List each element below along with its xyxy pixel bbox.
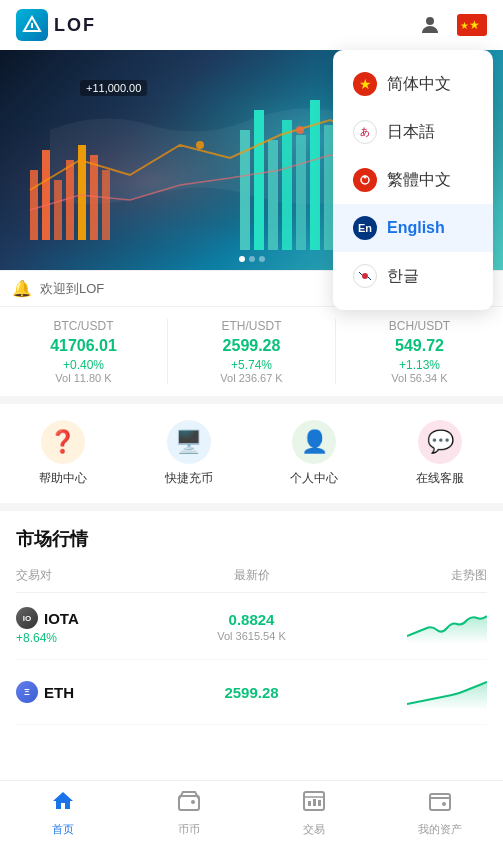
header-pair: 交易对 — [16, 567, 173, 584]
lang-label-ja: 日本語 — [387, 122, 435, 143]
lang-item-ja[interactable]: あ 日本語 — [333, 108, 493, 156]
svg-rect-11 — [102, 170, 110, 240]
eth-vol: Vol 236.67 K — [168, 372, 335, 384]
service-label: 在线客服 — [416, 470, 464, 487]
nav-coins[interactable]: 币币 — [126, 789, 252, 837]
lang-label-zh-cn: 简体中文 — [387, 74, 451, 95]
quick-recharge[interactable]: 🖥️ 快捷充币 — [126, 420, 252, 487]
bch-pair: BCH/USDT — [336, 319, 503, 333]
logo-text: LOF — [54, 15, 96, 36]
nav-coins-label: 币币 — [178, 822, 200, 837]
btc-pair: BTC/USDT — [0, 319, 167, 333]
svg-rect-35 — [318, 800, 321, 806]
logo-icon — [16, 9, 48, 41]
eth-price-col: 2599.28 — [173, 684, 330, 701]
user-icon[interactable] — [415, 10, 445, 40]
svg-rect-15 — [282, 120, 292, 250]
banner-price-tag: +11,000.00 — [80, 80, 147, 96]
svg-rect-14 — [268, 140, 278, 250]
iota-coin: IO IOTA +8.64% — [16, 607, 173, 645]
market-row-iota[interactable]: IO IOTA +8.64% 0.8824 Vol 3615.54 K — [16, 593, 487, 660]
eth-coin: Ξ ETH — [16, 681, 173, 703]
market-section: 市场行情 交易对 最新价 走势图 IO IOTA +8.64% 0.8824 V… — [0, 511, 503, 795]
lang-item-zh-cn[interactable]: ★ 简体中文 — [333, 60, 493, 108]
eth-price: 2599.28 — [173, 684, 330, 701]
nav-trade-label: 交易 — [303, 822, 325, 837]
iota-logo: IO — [16, 607, 38, 629]
nav-assets-label: 我的资产 — [418, 822, 462, 837]
svg-rect-12 — [240, 130, 250, 250]
svg-rect-8 — [66, 160, 74, 240]
market-header: 交易对 最新价 走势图 — [16, 559, 487, 593]
quick-service[interactable]: 💬 在线客服 — [377, 420, 503, 487]
flag-ko — [353, 264, 377, 288]
header-price: 最新价 — [173, 567, 330, 584]
svg-point-23 — [357, 172, 373, 188]
help-icon: ❓ — [49, 429, 76, 455]
lang-item-en[interactable]: En English — [333, 204, 493, 252]
assets-icon — [428, 789, 452, 819]
coins-icon — [177, 789, 201, 819]
nav-assets[interactable]: 我的资产 — [377, 789, 503, 837]
quick-profile[interactable]: 👤 个人中心 — [252, 420, 378, 487]
eth-chart-col — [330, 674, 487, 710]
iota-name: IOTA — [44, 610, 79, 627]
recharge-icon: 🖥️ — [175, 429, 202, 455]
svg-rect-5 — [30, 170, 38, 240]
iota-change: +8.64% — [16, 631, 173, 645]
svg-point-2 — [426, 17, 434, 25]
quick-menu: ❓ 帮助中心 🖥️ 快捷充币 👤 个人中心 💬 在线客服 — [0, 404, 503, 503]
iota-sparkline — [407, 608, 487, 644]
dot-3 — [259, 256, 265, 262]
announce-icon: 🔔 — [12, 279, 32, 298]
bottom-nav: 首页 币币 交易 — [0, 780, 503, 849]
service-icon: 💬 — [427, 429, 454, 455]
svg-point-25 — [364, 176, 367, 179]
iota-vol: Vol 3615.54 K — [173, 630, 330, 642]
profile-icon: 👤 — [301, 429, 328, 455]
iota-price-col: 0.8824 Vol 3615.54 K — [173, 611, 330, 642]
ticker-eth[interactable]: ETH/USDT 2599.28 +5.74% Vol 236.67 K — [168, 319, 336, 384]
btc-vol: Vol 11.80 K — [0, 372, 167, 384]
nav-home[interactable]: 首页 — [0, 789, 126, 837]
eth-logo: Ξ — [16, 681, 38, 703]
lang-item-ko[interactable]: 한글 — [333, 252, 493, 300]
recharge-icon-wrap: 🖥️ — [167, 420, 211, 464]
flag-icon[interactable]: ★ — [457, 10, 487, 40]
nav-home-label: 首页 — [52, 822, 74, 837]
ticker-btc[interactable]: BTC/USDT 41706.01 +0.40% Vol 11.80 K — [0, 319, 168, 384]
btc-change: +0.40% — [0, 358, 167, 372]
dot-2 — [249, 256, 255, 262]
quick-help[interactable]: ❓ 帮助中心 — [0, 420, 126, 487]
svg-rect-16 — [296, 135, 306, 250]
eth-sparkline — [407, 674, 487, 710]
svg-rect-6 — [42, 150, 50, 240]
lang-label-ko: 한글 — [387, 266, 419, 287]
svg-rect-30 — [179, 796, 199, 810]
flag-zh-cn: ★ — [353, 72, 377, 96]
svg-rect-10 — [90, 155, 98, 240]
lang-item-zh-tw[interactable]: 繁體中文 — [333, 156, 493, 204]
nav-trade[interactable]: 交易 — [252, 789, 378, 837]
eth-price: 2599.28 — [168, 337, 335, 355]
svg-point-20 — [196, 141, 204, 149]
svg-point-21 — [296, 126, 304, 134]
logo: LOF — [16, 9, 96, 41]
svg-rect-36 — [430, 794, 450, 810]
market-row-eth[interactable]: Ξ ETH 2599.28 — [16, 660, 487, 725]
header-chart: 走势图 — [330, 567, 487, 584]
lang-label-en: English — [387, 219, 445, 237]
ticker-bch[interactable]: BCH/USDT 549.72 +1.13% Vol 56.34 K — [336, 319, 503, 384]
header: LOF ★ — [0, 0, 503, 50]
svg-rect-33 — [308, 801, 311, 806]
svg-point-27 — [362, 273, 368, 279]
lang-label-zh-tw: 繁體中文 — [387, 170, 451, 191]
iota-chart-col — [330, 608, 487, 644]
eth-change: +5.74% — [168, 358, 335, 372]
iota-price: 0.8824 — [173, 611, 330, 628]
btc-price: 41706.01 — [0, 337, 167, 355]
market-title: 市场行情 — [16, 511, 487, 559]
help-icon-wrap: ❓ — [41, 420, 85, 464]
home-icon — [51, 789, 75, 819]
svg-rect-9 — [78, 145, 86, 240]
